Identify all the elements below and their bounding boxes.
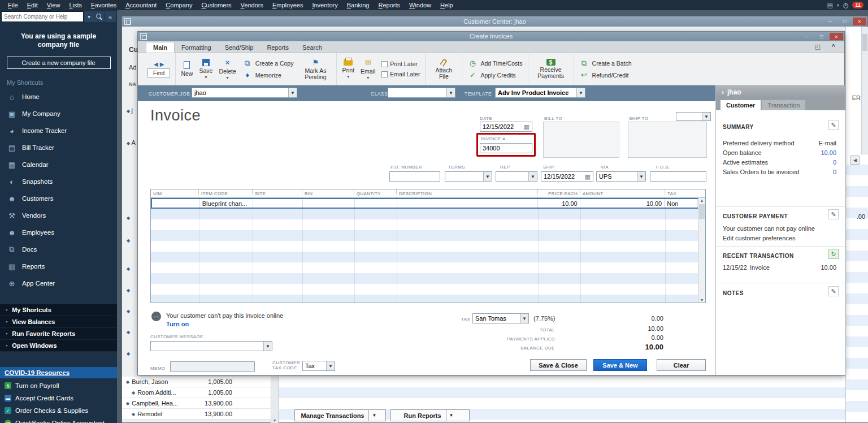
sidebar-item-docs[interactable]: ⧉Docs (0, 241, 117, 258)
sidebar-item-home[interactable]: ⌂Home (0, 88, 117, 105)
bill-to-box[interactable] (543, 122, 619, 158)
calendar-icon[interactable]: ▦ (585, 173, 591, 180)
class-dropdown[interactable]: ▼ (388, 88, 455, 98)
memorize-button[interactable]: ♦Memorize (242, 71, 294, 79)
menu-item[interactable]: View (42, 0, 65, 10)
chevron-down-icon[interactable]: ▼ (446, 88, 455, 97)
manage-transactions-button[interactable]: Manage Transactions ▼ (294, 409, 386, 421)
menu-item[interactable]: Inventory (307, 0, 342, 10)
tab-transaction[interactable]: Transaction (762, 100, 805, 110)
accept-credit-cards-link[interactable]: ▬Accept Credit Cards (0, 392, 117, 404)
customer-row[interactable]: ◆Room Additi...1,005.00 (122, 387, 279, 398)
turn-on-payroll-link[interactable]: $Turn on Payroll (0, 379, 117, 392)
expand-ribbon-icon[interactable]: ◰ (815, 43, 821, 50)
sidebar-section-header[interactable]: ▪Run Favorite Reports (0, 328, 117, 340)
search-input[interactable] (1, 11, 84, 22)
item-code-cell[interactable]: Blueprint chan... (200, 199, 254, 208)
edit-payment-button[interactable]: ✎ (828, 209, 839, 219)
menu-item[interactable]: Employees (268, 0, 307, 10)
um-cell[interactable] (152, 199, 200, 208)
customer-row[interactable]: ◆Campbell, Hea...13,900.00 (122, 398, 279, 409)
scrollbar-thumb[interactable] (862, 34, 867, 51)
chevron-down-icon[interactable]: ▼ (288, 88, 297, 97)
column-header[interactable]: U/M (151, 189, 199, 197)
save-new-button[interactable]: Save & New (593, 359, 647, 371)
menu-item[interactable]: Edit (23, 0, 42, 10)
collapse-sidebar-icon[interactable]: « (105, 11, 116, 22)
tab-search[interactable]: Search (296, 42, 329, 53)
new-button[interactable]: New (181, 61, 193, 77)
menu-item[interactable]: Company (161, 0, 197, 10)
ship-to-dropdown[interactable]: ▼ (676, 112, 711, 121)
close-icon[interactable]: × (830, 33, 843, 40)
scroll-up-icon[interactable]: ▲ (698, 198, 705, 202)
fob-input[interactable] (650, 171, 706, 182)
chevron-down-icon[interactable]: ▼ (520, 314, 528, 323)
menu-item[interactable]: Customers (197, 0, 236, 10)
tab-send-ship[interactable]: Send/Ship (218, 42, 261, 53)
chevron-down-icon[interactable]: ▾ (837, 3, 839, 8)
customer-job-dropdown[interactable]: jhao ▼ (192, 88, 297, 98)
minimize-icon[interactable]: – (823, 18, 837, 25)
chevron-down-icon[interactable]: ▼ (446, 410, 457, 421)
turn-on-link[interactable]: Turn on (166, 321, 189, 327)
tax-dropdown[interactable]: San Tomas▼ (472, 313, 529, 323)
menu-item[interactable]: Favorites (86, 0, 121, 10)
chevron-down-icon[interactable]: ▼ (702, 113, 710, 120)
chevron-down-icon[interactable]: ▼ (483, 172, 492, 181)
notification-badge[interactable]: 11 (852, 2, 863, 8)
column-header[interactable]: AMOUNT (580, 189, 665, 197)
ship-to-box[interactable] (628, 122, 707, 158)
monitor-icon[interactable]: ▤ (827, 2, 832, 9)
column-header[interactable]: DESCRIPTION (397, 189, 538, 197)
checkbox-icon[interactable] (381, 61, 388, 67)
sidebar-section-header[interactable]: ▪Open Windows (0, 340, 117, 352)
apply-credits-button[interactable]: ✓Apply Credits (467, 71, 522, 79)
edit-notes-button[interactable]: ✎ (828, 286, 839, 296)
menu-item[interactable]: Window (405, 0, 436, 10)
date-field[interactable]: 12/15/2022 ▦ (480, 122, 532, 132)
chevron-down-icon[interactable]: ▼ (368, 410, 379, 421)
table-scrollbar[interactable]: ▲ ▼ (698, 198, 705, 303)
menu-item[interactable]: Lists (64, 0, 86, 10)
amount-cell[interactable]: 10.00 (580, 199, 665, 208)
scrollbar-thumb[interactable] (699, 204, 705, 219)
memo-input[interactable] (170, 361, 255, 372)
invoice-number-input[interactable] (480, 143, 532, 153)
sidebar-section-header[interactable]: ▪My Shortcuts (0, 304, 117, 316)
save-close-button[interactable]: Save & Close (530, 359, 587, 371)
sidebar-section-header[interactable]: ▪View Balances (0, 316, 117, 328)
customer-panel-header[interactable]: › jhao (716, 85, 845, 98)
summary-row-value[interactable]: 0 (833, 159, 836, 166)
chevron-down-icon[interactable]: ▼ (528, 172, 537, 181)
site-cell[interactable] (253, 199, 303, 208)
quantity-cell[interactable] (355, 199, 397, 208)
print-later-checkbox[interactable]: Print Later (381, 61, 420, 67)
bin-cell[interactable] (303, 199, 355, 208)
sidebar-item-my-company[interactable]: ▣My Company (0, 105, 117, 122)
customer-message-dropdown[interactable]: ▼ (150, 341, 272, 351)
menu-item[interactable]: Help (436, 0, 458, 10)
ship-date-field[interactable]: 12/15/2022▦ (541, 171, 593, 182)
rep-dropdown[interactable]: ▼ (496, 171, 537, 182)
sidebar-item-income-tracker[interactable]: ◕Income Tracker (0, 122, 117, 139)
empty-line-rows[interactable] (151, 209, 698, 303)
add-time-costs-button[interactable]: ◷Add Time/Costs (467, 59, 522, 67)
sidebar-item-reports[interactable]: ▥Reports (0, 258, 117, 275)
tab-reports[interactable]: Reports (260, 42, 296, 53)
customer-tax-code-dropdown[interactable]: Tax▼ (302, 361, 335, 371)
collapse-panel-icon[interactable]: ◀ (850, 156, 860, 165)
search-icon[interactable] (94, 11, 104, 22)
recent-transaction-type-link[interactable]: Invoice (750, 264, 770, 271)
menu-item[interactable]: Accountant (121, 0, 161, 10)
customers-jobs-tab-fragment[interactable]: Cu (129, 46, 138, 54)
collapse-arrow-icon[interactable]: › (722, 88, 724, 96)
refund-credit-button[interactable]: ↩Refund/Credit (579, 71, 632, 79)
mark-as-pending-button[interactable]: ⚑Mark As Pending (300, 58, 331, 80)
sidebar-item-vendors[interactable]: ⚒Vendors (0, 207, 117, 224)
column-header[interactable]: QUANTITY (354, 189, 397, 197)
clock-icon[interactable]: ◷ (843, 2, 849, 9)
calendar-icon[interactable]: ▦ (524, 123, 530, 131)
menu-item[interactable]: File (3, 0, 23, 10)
email-button[interactable]: ✉Email▼ (361, 58, 375, 80)
